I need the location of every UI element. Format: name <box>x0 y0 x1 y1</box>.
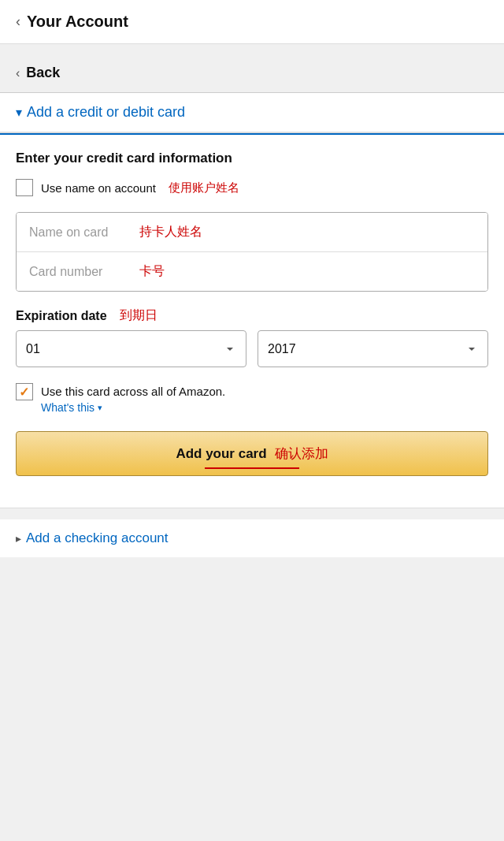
back-label: Back <box>26 65 60 81</box>
back-chevron-icon[interactable]: ‹ <box>16 13 20 30</box>
card-fields-container: Name on card 持卡人姓名 Card number 卡号 <box>16 212 488 292</box>
use-card-main-text: Use this card across all of Amazon. <box>41 383 488 400</box>
use-name-chinese-label: 使用账户姓名 <box>169 180 239 195</box>
expiration-selects: 01 02 03 04 05 06 07 08 09 10 11 12 2017… <box>16 330 488 367</box>
card-number-chinese: 卡号 <box>139 263 165 280</box>
back-section[interactable]: ‹ Back <box>0 54 504 93</box>
expiration-label-row: Expiration date 到期日 <box>16 307 488 324</box>
add-card-section[interactable]: ▾ Add a credit or debit card <box>0 93 504 132</box>
add-card-button-chinese: 确认添加 <box>275 445 328 463</box>
whats-this-row: What's this ▾ <box>41 401 488 414</box>
expiration-year-select[interactable]: 2017 2018 2019 2020 2021 2022 2023 2024 … <box>258 330 488 367</box>
name-on-card-placeholder: Name on card <box>29 225 132 240</box>
expiration-chinese-label: 到期日 <box>120 307 158 324</box>
use-name-checkbox-row: Use name on account 使用账户姓名 <box>16 179 488 196</box>
add-card-label: Add a credit or debit card <box>27 104 185 121</box>
section-gap-bottom <box>0 508 504 518</box>
whats-this-chevron-icon: ▾ <box>98 403 102 413</box>
card-number-row[interactable]: Card number 卡号 <box>17 252 487 291</box>
use-card-checkbox[interactable] <box>16 383 33 400</box>
name-on-card-row[interactable]: Name on card 持卡人姓名 <box>17 213 487 252</box>
back-icon: ‹ <box>16 66 20 80</box>
page-title: Your Account <box>27 13 128 31</box>
use-name-checkbox[interactable] <box>16 179 33 196</box>
use-card-row: Use this card across all of Amazon. What… <box>16 383 488 414</box>
name-on-card-chinese: 持卡人姓名 <box>139 224 202 240</box>
button-underline <box>205 467 299 469</box>
credit-card-form: Enter your credit card information Use n… <box>0 133 504 508</box>
header: ‹ Your Account <box>0 0 504 44</box>
card-number-placeholder: Card number <box>29 265 132 279</box>
add-checking-section[interactable]: ▸ Add a checking account <box>0 519 504 557</box>
form-title: Enter your credit card information <box>16 151 488 166</box>
add-checking-label: Add a checking account <box>26 530 169 546</box>
expiration-label: Expiration date <box>16 309 107 323</box>
use-name-label: Use name on account <box>41 181 156 195</box>
section-gap-top <box>0 44 504 54</box>
expiration-month-select[interactable]: 01 02 03 04 05 06 07 08 09 10 11 12 <box>16 330 246 367</box>
add-card-button-label: Add your card <box>176 446 266 462</box>
expand-chevron-icon: ▾ <box>16 105 22 120</box>
use-card-text-block: Use this card across all of Amazon. What… <box>41 383 488 414</box>
add-card-button[interactable]: Add your card 确认添加 <box>16 431 488 476</box>
add-checking-chevron-icon: ▸ <box>16 532 21 545</box>
whats-this-link[interactable]: What's this <box>41 401 94 414</box>
